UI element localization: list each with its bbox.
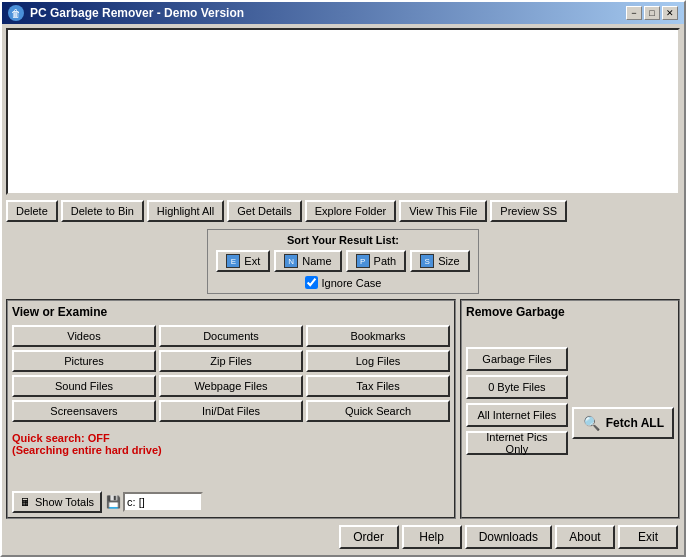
- view-bookmarks-button[interactable]: Bookmarks: [306, 325, 450, 347]
- sort-name-icon: N: [284, 254, 298, 268]
- help-button[interactable]: Help: [402, 525, 462, 549]
- window-body: Delete Delete to Bin Highlight All Get D…: [2, 24, 684, 555]
- view-zipfiles-button[interactable]: Zip Files: [159, 350, 303, 372]
- highlight-all-button[interactable]: Highlight All: [147, 200, 224, 222]
- show-totals-icon: 🖩: [20, 496, 31, 508]
- drive-icon: 💾: [106, 495, 121, 509]
- internet-pics-button[interactable]: Internet Pics Only: [466, 431, 568, 455]
- zero-byte-button[interactable]: 0 Byte Files: [466, 375, 568, 399]
- view-pictures-button[interactable]: Pictures: [12, 350, 156, 372]
- quick-search-status: Quick search: OFF: [12, 432, 450, 444]
- fetch-icon: 🔍: [582, 415, 602, 431]
- garbage-files-button[interactable]: Garbage Files: [466, 347, 568, 371]
- main-window: 🗑 PC Garbage Remover - Demo Version − □ …: [0, 0, 686, 557]
- sort-path-button[interactable]: P Path: [346, 250, 407, 272]
- sort-buttons: E Ext N Name P Path S Size: [216, 250, 469, 272]
- window-title: PC Garbage Remover - Demo Version: [30, 6, 244, 20]
- about-button[interactable]: About: [555, 525, 615, 549]
- drive-combo[interactable]: [123, 492, 203, 512]
- preview-ss-button[interactable]: Preview SS: [490, 200, 567, 222]
- quick-search-sub: (Searching entire hard drive): [12, 444, 450, 456]
- view-documents-button[interactable]: Documents: [159, 325, 303, 347]
- show-totals-button[interactable]: 🖩 Show Totals: [12, 491, 102, 513]
- sort-box: Sort Your Result List: E Ext N Name P Pa…: [207, 229, 478, 294]
- bottom-section: View or Examine Videos Documents Bookmar…: [6, 299, 680, 519]
- drive-selector: 💾: [106, 492, 203, 512]
- remove-panel: Remove Garbage Garbage Files 0 Byte File…: [460, 299, 680, 519]
- delete-button[interactable]: Delete: [6, 200, 58, 222]
- close-button[interactable]: ✕: [662, 6, 678, 20]
- view-webpagefiles-button[interactable]: Webpage Files: [159, 375, 303, 397]
- view-logfiles-button[interactable]: Log Files: [306, 350, 450, 372]
- exit-button[interactable]: Exit: [618, 525, 678, 549]
- sort-title: Sort Your Result List:: [287, 234, 399, 246]
- window-controls: − □ ✕: [626, 6, 678, 20]
- delete-bin-button[interactable]: Delete to Bin: [61, 200, 144, 222]
- view-grid: Videos Documents Bookmarks Pictures Zip …: [12, 325, 450, 422]
- show-totals-label: Show Totals: [35, 496, 94, 508]
- remove-content: Garbage Files 0 Byte Files All Internet …: [466, 325, 674, 513]
- remove-right: 🔍 Fetch ALL: [572, 325, 674, 513]
- maximize-button[interactable]: □: [644, 6, 660, 20]
- sort-path-icon: P: [356, 254, 370, 268]
- view-this-file-button[interactable]: View This File: [399, 200, 487, 222]
- minimize-button[interactable]: −: [626, 6, 642, 20]
- ignore-case-label: Ignore Case: [322, 277, 382, 289]
- all-internet-button[interactable]: All Internet Files: [466, 403, 568, 427]
- app-icon: 🗑: [8, 5, 24, 21]
- view-soundfiles-button[interactable]: Sound Files: [12, 375, 156, 397]
- view-inidat-button[interactable]: Ini/Dat Files: [159, 400, 303, 422]
- sort-ext-button[interactable]: E Ext: [216, 250, 270, 272]
- sort-row: Sort Your Result List: E Ext N Name P Pa…: [6, 227, 680, 296]
- footer-row: Order Help Downloads About Exit: [6, 522, 680, 551]
- sort-size-button[interactable]: S Size: [410, 250, 469, 272]
- sort-size-icon: S: [420, 254, 434, 268]
- toolbar-row: Delete Delete to Bin Highlight All Get D…: [6, 198, 680, 224]
- view-taxfiles-button[interactable]: Tax Files: [306, 375, 450, 397]
- title-bar: 🗑 PC Garbage Remover - Demo Version − □ …: [2, 2, 684, 24]
- view-panel-bottom: 🖩 Show Totals 💾: [12, 487, 450, 513]
- view-quicksearch-button[interactable]: Quick Search: [306, 400, 450, 422]
- view-screensavers-button[interactable]: Screensavers: [12, 400, 156, 422]
- title-bar-left: 🗑 PC Garbage Remover - Demo Version: [8, 5, 244, 21]
- remove-buttons: Garbage Files 0 Byte Files All Internet …: [466, 325, 568, 513]
- downloads-button[interactable]: Downloads: [465, 525, 552, 549]
- order-button[interactable]: Order: [339, 525, 399, 549]
- explore-folder-button[interactable]: Explore Folder: [305, 200, 397, 222]
- view-panel-title: View or Examine: [12, 305, 450, 319]
- results-list: [6, 28, 680, 195]
- sort-ext-icon: E: [226, 254, 240, 268]
- ignore-case-row: Ignore Case: [305, 276, 382, 289]
- remove-panel-title: Remove Garbage: [466, 305, 674, 319]
- fetch-label: Fetch ALL: [606, 416, 664, 430]
- fetch-all-button[interactable]: 🔍 Fetch ALL: [572, 407, 674, 439]
- sort-name-button[interactable]: N Name: [274, 250, 341, 272]
- view-panel: View or Examine Videos Documents Bookmar…: [6, 299, 456, 519]
- ignore-case-checkbox[interactable]: [305, 276, 318, 289]
- view-videos-button[interactable]: Videos: [12, 325, 156, 347]
- get-details-button[interactable]: Get Details: [227, 200, 301, 222]
